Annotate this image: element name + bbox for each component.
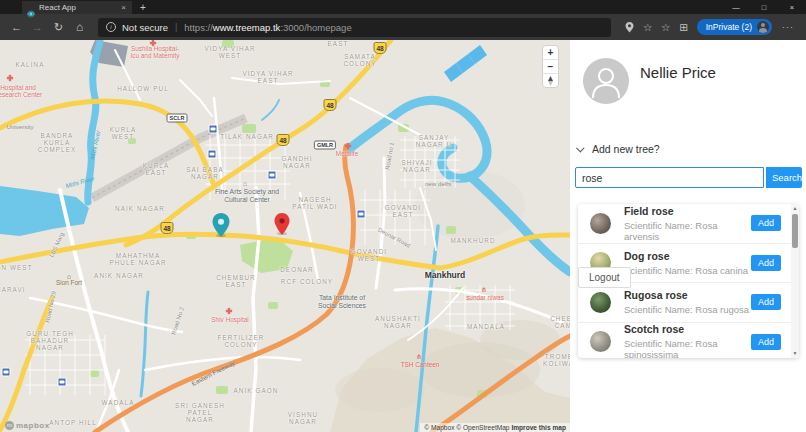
refresh-button[interactable]: ↻ [48,17,69,37]
url-divider: | [175,22,177,32]
nav-right-icons: ☆ ☆ ⊞ InPrivate (2) ··· [621,18,800,36]
compass-button[interactable] [543,74,558,87]
map-attribution: © Mapbox © OpenStreetMap Improve this ma… [420,423,570,432]
zoom-in-button[interactable]: + [543,46,558,60]
tree-name: Rugosa rose [624,289,751,301]
results-scrollbar[interactable]: ▲ ▼ [791,204,799,358]
new-tab-button[interactable]: + [132,1,154,14]
window-maximize-button[interactable]: □ [750,0,778,14]
tree-scientific-name: Scientific Name: Rosa arvensis [624,220,751,242]
attrib-mapbox-link[interactable]: © Mapbox [424,424,454,431]
scroll-up-icon[interactable]: ▲ [791,204,799,213]
add-new-tree-toggle[interactable]: Add new tree? [578,143,660,155]
zoom-out-button[interactable]: − [543,60,558,74]
tree-scientific-name: Scientific Name: Rosa canina [624,265,751,276]
tab-close-icon[interactable]: × [119,3,128,12]
address-bar[interactable]: i Not secure | https://www.treemap.tk:30… [98,18,611,37]
back-button[interactable]: ← [6,17,27,37]
settings-menu-icon[interactable]: ··· [776,22,800,32]
tree-thumbnail [590,213,611,234]
profile-avatar-icon [757,21,769,33]
app-sidebar: Nellie Price Add new tree? Search Field … [570,40,806,432]
attrib-osm-link[interactable]: © OpenStreetMap [456,424,509,431]
home-button[interactable]: ⌂ [69,17,90,37]
tab-title: React App [39,3,119,12]
tree-result-row: Field rose Scientific Name: Rosa arvensi… [578,204,791,244]
inprivate-badge[interactable]: InPrivate (2) [697,19,772,35]
tree-thumbnail [590,292,611,313]
window-controls: — □ × [722,0,806,14]
tree-name: Scotch rose [624,323,751,335]
url-text: https://www.treemap.tk:3000/homepage [184,22,351,33]
map-canvas[interactable]: KALINAHALLOW PULKURLA WESTBANDRA KURLA C… [0,40,570,432]
add-tree-button[interactable]: Add [751,334,781,350]
tree-marker-teal[interactable] [212,213,230,241]
scrollbar-thumb[interactable] [792,214,798,248]
not-secure-label: Not secure [122,22,168,33]
navigation-bar: ← → ↻ ⌂ i Not secure | https://www.treem… [0,14,806,40]
info-icon[interactable]: i [106,22,116,32]
tab-bar: React App × + — □ × [0,0,806,14]
logout-button[interactable]: Logout [578,267,631,288]
tree-name: Dog rose [624,250,751,262]
tree-name: Field rose [624,205,751,217]
tree-scientific-name: Scientific Name: Rosa spinosissima [624,338,751,358]
map-zoom-controls: + − [542,45,559,88]
tree-result-row: Scotch rose Scientific Name: Rosa spinos… [578,323,791,359]
user-avatar-icon [583,58,629,104]
inprivate-label: InPrivate (2) [706,22,752,32]
add-tree-button[interactable]: Add [751,215,781,231]
forward-button[interactable]: → [27,17,48,37]
react-favicon-icon [27,4,35,12]
user-name: Nellie Price [640,64,716,81]
tree-thumbnail [590,331,611,352]
collections-icon[interactable]: ⊞ [675,18,693,36]
tree-result-row: Rugosa rose Scientific Name: Rosa rugosa… [578,283,791,323]
add-tree-button[interactable]: Add [751,294,781,310]
search-input[interactable] [575,167,764,188]
add-new-tree-label: Add new tree? [592,143,660,155]
window-close-button[interactable]: × [778,0,806,14]
scroll-down-icon[interactable]: ▼ [791,349,799,358]
tree-search-row: Search [575,167,802,188]
tree-scientific-name: Scientific Name: Rosa rugosa [624,304,751,315]
browser-tab[interactable]: React App × [22,1,132,14]
favorites-bar-icon[interactable]: ☆ [657,18,675,36]
add-tree-button[interactable]: Add [751,255,781,271]
mapbox-logo[interactable]: m mapbox [5,421,50,430]
search-button[interactable]: Search [766,167,802,188]
window-minimize-button[interactable]: — [722,0,750,14]
selected-location-pin-red[interactable] [274,213,290,239]
attrib-improve-link[interactable]: Improve this map [511,424,566,431]
location-icon[interactable] [621,18,639,36]
favorite-star-icon[interactable]: ☆ [639,18,657,36]
chevron-down-icon [576,144,584,152]
mapbox-logo-icon: m [5,421,14,430]
browser-window: React App × + — □ × ← → ↻ ⌂ i Not secure… [0,0,806,432]
